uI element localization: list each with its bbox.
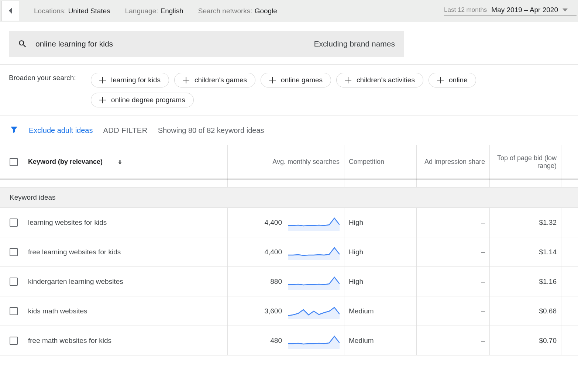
table-row: kindergarten learning websites880High–$1… bbox=[0, 267, 578, 296]
chevron-left-icon bbox=[8, 7, 13, 15]
plus-icon bbox=[269, 77, 276, 83]
svg-marker-1 bbox=[288, 248, 340, 260]
impression-cell: – bbox=[481, 248, 485, 256]
broaden-chip[interactable]: children's games bbox=[174, 73, 255, 87]
row-checkbox[interactable] bbox=[10, 278, 18, 286]
broaden-chips: learning for kidschildren's gamesonline … bbox=[91, 73, 569, 107]
plus-icon bbox=[345, 77, 351, 83]
row-checkbox[interactable] bbox=[10, 219, 18, 227]
search-icon bbox=[18, 39, 27, 49]
exclude-adult-link[interactable]: Exclude adult ideas bbox=[29, 126, 93, 135]
competition-cell: Medium bbox=[349, 337, 374, 345]
row-checkbox[interactable] bbox=[10, 248, 18, 256]
keyword-cell: learning websites for kids bbox=[28, 219, 107, 227]
competition-cell: High bbox=[349, 278, 363, 286]
sparkline-chart bbox=[288, 244, 340, 260]
searches-cell: 3,600 bbox=[264, 307, 282, 315]
impression-cell: – bbox=[481, 307, 485, 315]
bid-cell: $0.70 bbox=[539, 337, 557, 345]
table-row: learning websites for kids4,400High–$1.3… bbox=[0, 208, 578, 237]
bid-cell: $1.32 bbox=[539, 219, 557, 227]
col-keyword-header[interactable]: Keyword (by relevance) bbox=[0, 158, 227, 166]
keyword-cell: free learning websites for kids bbox=[28, 248, 121, 256]
networks-value: Google bbox=[255, 7, 277, 15]
table-row: free math websites for kids480Medium–$0.… bbox=[0, 326, 578, 355]
sparkline-chart bbox=[288, 303, 340, 319]
col-keyword-label: Keyword (by relevance) bbox=[28, 158, 103, 166]
svg-marker-0 bbox=[288, 218, 340, 231]
search-bar[interactable]: Excluding brand names bbox=[9, 31, 404, 57]
broaden-chip[interactable]: online games bbox=[261, 73, 331, 87]
row-checkbox[interactable] bbox=[10, 337, 18, 345]
col-bid-header[interactable]: Top of page bid (low range) bbox=[489, 145, 561, 179]
networks-label: Search networks: bbox=[198, 7, 252, 15]
competition-cell: High bbox=[349, 248, 363, 256]
locations-setting[interactable]: Locations: United States bbox=[34, 7, 110, 15]
broaden-chip[interactable]: learning for kids bbox=[91, 73, 169, 87]
date-range: May 2019 – Apr 2020 bbox=[491, 6, 558, 14]
col-searches-header[interactable]: Avg. monthly searches bbox=[227, 145, 344, 179]
chip-label: online games bbox=[281, 76, 323, 84]
language-setting[interactable]: Language: English bbox=[125, 7, 183, 15]
chip-label: learning for kids bbox=[111, 76, 161, 84]
filter-icon[interactable] bbox=[10, 125, 18, 136]
sort-down-icon bbox=[117, 159, 123, 165]
col-competition-header[interactable]: Competition bbox=[344, 145, 416, 179]
broaden-chip[interactable]: online bbox=[429, 73, 476, 87]
bid-cell: $0.68 bbox=[539, 307, 557, 315]
searches-cell: 480 bbox=[270, 337, 282, 345]
keyword-cell: kindergarten learning websites bbox=[28, 278, 123, 286]
svg-marker-4 bbox=[288, 336, 340, 349]
add-filter-button[interactable]: Add filter bbox=[103, 126, 147, 135]
svg-marker-2 bbox=[288, 277, 340, 290]
plus-icon bbox=[99, 97, 106, 103]
plus-icon bbox=[99, 77, 106, 83]
searches-cell: 4,400 bbox=[264, 219, 282, 227]
plus-icon bbox=[183, 77, 189, 83]
date-range-picker[interactable]: Last 12 months May 2019 – Apr 2020 bbox=[444, 6, 577, 16]
keyword-ideas-header: Keyword ideas bbox=[0, 188, 578, 208]
back-button[interactable] bbox=[1, 1, 19, 21]
language-value: English bbox=[161, 7, 183, 15]
caret-down-icon bbox=[562, 8, 568, 11]
results-count: Showing 80 of 82 keyword ideas bbox=[158, 126, 264, 135]
filter-bar: Exclude adult ideas Add filter Showing 8… bbox=[0, 116, 578, 145]
date-prefix: Last 12 months bbox=[444, 6, 487, 14]
chip-label: children's activities bbox=[357, 76, 415, 84]
networks-setting[interactable]: Search networks: Google bbox=[198, 7, 277, 15]
bid-cell: $1.14 bbox=[539, 248, 557, 256]
competition-cell: Medium bbox=[349, 307, 374, 315]
keyword-cell: free math websites for kids bbox=[28, 337, 111, 345]
table-body: learning websites for kids4,400High–$1.3… bbox=[0, 208, 578, 355]
table-row: free learning websites for kids4,400High… bbox=[0, 237, 578, 267]
broaden-label: Broaden your search: bbox=[9, 73, 80, 83]
broaden-search-section: Broaden your search: learning for kidsch… bbox=[0, 64, 578, 116]
chip-label: online bbox=[449, 76, 468, 84]
broaden-chip[interactable]: online degree programs bbox=[91, 93, 194, 107]
language-label: Language: bbox=[125, 7, 158, 15]
impression-cell: – bbox=[481, 219, 485, 227]
spacer-row bbox=[0, 179, 578, 188]
col-impression-header[interactable]: Ad impression share bbox=[416, 145, 489, 179]
locations-label: Locations: bbox=[34, 7, 66, 15]
broaden-chip[interactable]: children's activities bbox=[336, 73, 423, 87]
keyword-cell: kids math websites bbox=[28, 307, 87, 315]
search-filter-tag[interactable]: Excluding brand names bbox=[314, 39, 395, 48]
search-input[interactable] bbox=[27, 39, 314, 48]
settings-bar: Locations: United States Language: Engli… bbox=[0, 0, 578, 22]
row-checkbox[interactable] bbox=[10, 307, 18, 315]
sparkline-chart bbox=[288, 214, 340, 231]
locations-value: United States bbox=[68, 7, 110, 15]
sparkline-chart bbox=[288, 274, 340, 290]
col-end bbox=[561, 145, 578, 179]
select-all-checkbox[interactable] bbox=[10, 158, 18, 166]
plus-icon bbox=[437, 77, 444, 83]
table-header: Keyword (by relevance) Avg. monthly sear… bbox=[0, 145, 578, 179]
impression-cell: – bbox=[481, 278, 485, 286]
table-row: kids math websites3,600Medium–$0.68 bbox=[0, 296, 578, 326]
search-bar-section: Excluding brand names bbox=[0, 22, 578, 64]
bid-cell: $1.16 bbox=[539, 278, 557, 286]
competition-cell: High bbox=[349, 219, 363, 227]
impression-cell: – bbox=[481, 337, 485, 345]
chip-label: online degree programs bbox=[111, 96, 185, 104]
